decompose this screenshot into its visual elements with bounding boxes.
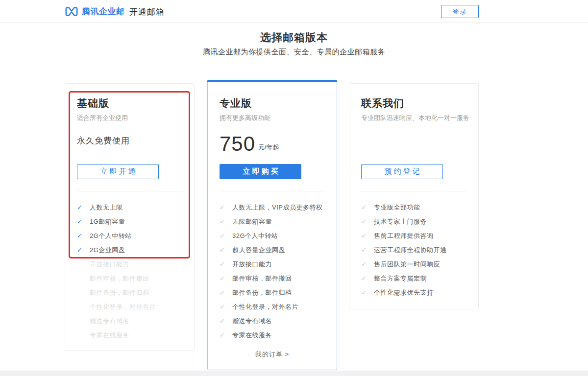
footer-strip: [0, 371, 588, 376]
check-icon: ✓: [77, 246, 90, 254]
buy-now-button[interactable]: 立即购买: [220, 164, 301, 179]
brand-logo[interactable]: 腾讯企业邮: [65, 4, 125, 18]
feature-item: ✓32G个人中转站: [220, 229, 329, 243]
check-icon: ✓: [220, 303, 232, 310]
feature-item: ✓售后团队第一时间响应: [361, 257, 470, 271]
feature-item-disabled: 邮件备份，邮件归档: [77, 285, 186, 300]
feature-item: ✓1G邮箱容量: [77, 214, 186, 229]
feature-item: ✓2G个人中转站: [77, 229, 186, 243]
page-title: 选择邮箱版本: [0, 30, 588, 45]
feature-item: ✓开放接口能力: [220, 257, 329, 271]
plan-card-professional: 专业版 拥有更多高级功能 750 元/年起 立即购买 ✓人数无上限，VIP成员更…: [207, 80, 337, 370]
card-accent-topbar: [207, 80, 337, 82]
plan-title-basic: 基础版: [77, 96, 109, 110]
check-icon: ✓: [77, 218, 90, 225]
feature-list-professional: ✓人数无上限，VIP成员更多特权 ✓无限邮箱容量 ✓32G个人中转站 ✓超大容量…: [220, 200, 329, 342]
plan-title-contact: 联系我们: [361, 96, 404, 110]
feature-item: ✓人数无上限: [77, 200, 186, 214]
feature-item: ✓个性化登录，对外名片: [220, 300, 329, 314]
plan-card-basic: 基础版 适合所有企业使用 永久免费使用 立即开通 ✓人数无上限 ✓1G邮箱容量 …: [65, 83, 195, 351]
check-icon: ✓: [361, 289, 374, 296]
feature-item: ✓售前工程师提供咨询: [361, 229, 470, 243]
header-divider: [123, 7, 124, 16]
feature-item: ✓2G企业网盘: [77, 243, 186, 257]
plan-tagline-contact: 专业团队迅速响应、本地化一对一服务: [361, 114, 469, 122]
card-divider: [361, 191, 467, 191]
mail-logo-icon: [65, 6, 78, 17]
plan-price-basic: 永久免费使用: [77, 135, 130, 146]
check-icon: ✓: [220, 218, 232, 225]
feature-item: ✓赠送专有域名: [220, 314, 329, 328]
card-divider: [77, 191, 183, 191]
check-icon: ✓: [220, 289, 232, 296]
feature-list-contact: ✓专业版全部功能 ✓技术专家上门服务 ✓售前工程师提供咨询 ✓运营工程师全程协助…: [361, 200, 470, 300]
feature-item: ✓专业版全部功能: [361, 200, 470, 214]
check-icon: ✓: [361, 246, 374, 254]
check-icon: ✓: [220, 232, 232, 239]
feature-item: ✓无限邮箱容量: [220, 214, 329, 229]
my-orders-link[interactable]: 我的订单 >: [208, 350, 337, 359]
check-icon: ✓: [361, 204, 374, 211]
feature-item: ✓个性化需求优先支持: [361, 285, 470, 300]
feature-item: ✓整合方案专属定制: [361, 271, 470, 285]
check-icon: ✓: [220, 246, 232, 254]
price-unit: 元/年起: [258, 143, 279, 152]
feature-item-disabled: 专家在线服务: [77, 328, 186, 342]
feature-item-disabled: 邮件审核，邮件撤回: [77, 271, 186, 285]
page-background: 腾讯企业邮 开通邮箱 登录 选择邮箱版本 腾讯企业邮为你提供全面、安全、专属的企…: [0, 0, 588, 376]
feature-item: ✓邮件审核，邮件撤回: [220, 271, 329, 285]
feature-item: ✓邮件备份，邮件归档: [220, 285, 329, 300]
check-icon: ✓: [220, 331, 232, 339]
check-icon: ✓: [220, 260, 232, 268]
check-icon: ✓: [220, 204, 232, 211]
check-icon: ✓: [361, 260, 374, 268]
check-icon: ✓: [361, 218, 374, 225]
feature-list-basic: ✓人数无上限 ✓1G邮箱容量 ✓2G个人中转站 ✓2G企业网盘 开放接口能力 邮…: [77, 200, 186, 342]
feature-item: ✓专家在线服务: [220, 328, 329, 342]
check-icon: ✓: [77, 232, 90, 239]
feature-item-disabled: 赠送专有域名: [77, 314, 186, 328]
feature-item: ✓超大容量企业网盘: [220, 243, 329, 257]
check-icon: ✓: [361, 232, 374, 239]
reservation-button[interactable]: 预约登记: [361, 164, 443, 179]
nav-item-open-mailbox[interactable]: 开通邮箱: [129, 6, 165, 18]
check-icon: ✓: [220, 317, 232, 325]
activate-now-button[interactable]: 立即开通: [77, 164, 159, 179]
plan-card-contact: 联系我们 专业团队迅速响应、本地化一对一服务 预约登记 ✓专业版全部功能 ✓技术…: [349, 83, 479, 309]
card-divider: [220, 191, 326, 191]
plan-title-professional: 专业版: [220, 96, 252, 110]
feature-item: ✓人数无上限，VIP成员更多特权: [220, 200, 329, 214]
check-icon: ✓: [77, 204, 90, 211]
check-icon: ✓: [220, 275, 232, 282]
brand-name: 腾讯企业邮: [82, 6, 125, 17]
feature-item: ✓运营工程师全程协助开通: [361, 243, 470, 257]
check-icon: ✓: [361, 275, 374, 282]
login-button[interactable]: 登录: [441, 5, 479, 18]
feature-item-disabled: 个性化登录，对外名片: [77, 300, 186, 314]
page-subtitle: 腾讯企业邮为你提供全面、安全、专属的企业邮箱服务: [0, 47, 588, 57]
plan-tagline-basic: 适合所有企业使用: [77, 114, 128, 122]
plan-tagline-professional: 拥有更多高级功能: [220, 114, 270, 122]
plan-price-professional: 750 元/年起: [220, 134, 279, 154]
feature-item: ✓技术专家上门服务: [361, 214, 470, 229]
feature-item-disabled: 开放接口能力: [77, 257, 186, 271]
price-value: 750: [220, 134, 255, 154]
header: 腾讯企业邮 开通邮箱 登录: [0, 0, 588, 23]
